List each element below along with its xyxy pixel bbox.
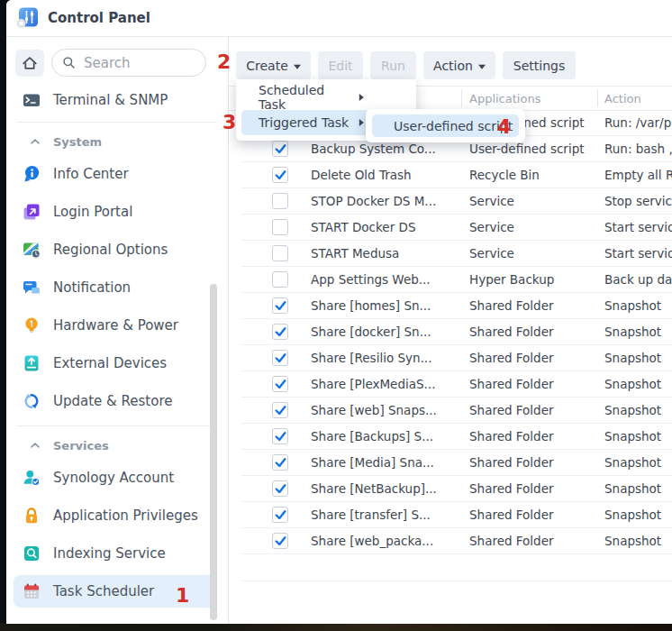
search-icon — [62, 56, 76, 69]
row-checkbox[interactable] — [272, 376, 288, 392]
action-cell: Run: bash , — [604, 136, 672, 162]
sidebar-item-terminal-snmp[interactable]: Terminal & SNMP — [6, 84, 228, 116]
sidebar-list: Terminal & SNMPSystemInfo CenterLogin Po… — [6, 84, 228, 608]
button-label: Run — [381, 59, 405, 73]
table-row[interactable]: Share [NetBackup]...Shared FolderSnapsho… — [229, 476, 672, 502]
menu-item-scheduled-task[interactable]: Scheduled Task — [241, 85, 411, 110]
row-checkbox[interactable] — [272, 193, 288, 209]
info-center-icon — [23, 165, 41, 183]
sidebar-item-indexing-service[interactable]: Indexing Service — [6, 535, 228, 572]
sidebar-item-regional-options[interactable]: Regional Options — [6, 231, 228, 269]
table-row[interactable]: START MedusaServiceStart servic — [229, 241, 672, 267]
action-cell: Snapshot — [604, 450, 672, 476]
action-cell: Stop servic — [604, 188, 672, 215]
create-button[interactable]: Create — [236, 51, 311, 79]
row-checkbox[interactable] — [272, 245, 288, 261]
row-checkbox[interactable] — [272, 507, 288, 523]
table-row[interactable]: Share [PlexMediaS...Shared FolderSnapsho… — [229, 371, 672, 398]
column-header-applications[interactable]: Applications — [469, 87, 540, 110]
sidebar-item-hardware-power[interactable]: Hardware & Power — [6, 306, 228, 344]
table-row[interactable]: Share [web] Snaps...Shared FolderSnapsho… — [229, 398, 672, 424]
sidebar-item-external-devices[interactable]: External Devices — [6, 344, 228, 382]
applications-cell: Shared Folder — [469, 424, 596, 450]
table-row[interactable]: Share [homes] Sn...Shared FolderSnapshot — [229, 293, 672, 319]
table-row[interactable]: App Settings Web...Hyper BackupBack up d… — [229, 267, 672, 293]
sidebar-item-label: Indexing Service — [53, 545, 166, 562]
sidebar-item-login-portal[interactable]: Login Portal — [6, 193, 228, 231]
row-checkbox[interactable] — [272, 480, 288, 497]
sidebar-item-label: Application Privileges — [53, 508, 198, 524]
window-title: Control Panel — [48, 10, 150, 26]
table-row[interactable]: Share [web_packa...Shared FolderSnapshot — [229, 528, 672, 554]
table-row[interactable]: Share [Resilio Syn...Shared FolderSnapsh… — [229, 345, 672, 371]
row-checkbox[interactable] — [272, 402, 288, 418]
sidebar-item-label: Notification — [53, 279, 131, 296]
sidebar-item-info-center[interactable]: Info Center — [6, 155, 228, 193]
sidebar-scrollbar[interactable] — [210, 284, 217, 620]
sidebar-item-label: Regional Options — [53, 242, 168, 258]
titlebar: Control Panel — [6, 0, 672, 37]
table-row[interactable]: Share [Media] Sna...Shared FolderSnapsho… — [229, 450, 672, 476]
desktop-wallpaper — [0, 623, 672, 631]
sidebar-item-label: Task Scheduler — [53, 583, 154, 599]
action-cell: Snapshot — [604, 345, 672, 371]
action-cell: Snapshot — [604, 528, 672, 554]
row-checkbox[interactable] — [272, 219, 288, 235]
chevron-up-icon — [29, 439, 41, 452]
row-checkbox[interactable] — [272, 428, 288, 444]
table-row[interactable]: Share [transfer] S...Shared FolderSnapsh… — [229, 502, 672, 528]
check-icon — [275, 144, 286, 154]
row-checkbox[interactable] — [272, 167, 288, 183]
column-separator — [461, 89, 462, 107]
applications-cell: Service — [469, 188, 596, 215]
submenu-arrow-icon — [359, 94, 364, 101]
section-header-services[interactable]: Services — [6, 434, 228, 457]
row-checkbox[interactable] — [272, 297, 288, 314]
column-separator — [597, 89, 598, 107]
caret-down-icon — [478, 64, 486, 69]
action-button[interactable]: Action — [423, 51, 495, 79]
row-checkbox[interactable] — [272, 454, 288, 471]
sidebar-item-update-restore[interactable]: Update & Restore — [6, 382, 228, 420]
row-checkbox[interactable] — [272, 350, 288, 366]
action-cell: Snapshot — [604, 476, 672, 502]
search-box[interactable] — [51, 49, 206, 77]
sidebar-item-synology-account[interactable]: Synology Account — [6, 459, 228, 497]
table-row[interactable]: START Docker DSServiceStart servic — [229, 215, 672, 241]
sidebar-item-notification[interactable]: Notification — [6, 269, 228, 306]
task-name-cell: App Settings Web... — [311, 267, 460, 293]
annotation-4: 4 — [497, 117, 511, 137]
table-row[interactable]: Share [Backups] S...Shared FolderSnapsho… — [229, 424, 672, 450]
task-name-cell: Share [transfer] S... — [311, 502, 460, 528]
sidebar-item-label: External Devices — [53, 355, 167, 371]
row-checkbox[interactable] — [272, 533, 288, 549]
row-checkbox[interactable] — [272, 324, 288, 340]
button-label: Settings — [513, 59, 565, 73]
table-row[interactable]: STOP Docker DS M...ServiceStop servic — [229, 188, 672, 215]
row-checkbox[interactable] — [272, 141, 288, 157]
settings-button[interactable]: Settings — [503, 51, 576, 79]
task-name-cell: Share [docker] Sn... — [311, 319, 460, 345]
action-cell: Snapshot — [604, 319, 672, 345]
applications-cell: Shared Folder — [469, 319, 596, 345]
row-checkbox[interactable] — [272, 271, 288, 288]
applications-cell: Shared Folder — [469, 450, 596, 476]
task-name-cell: START Medusa — [311, 241, 460, 267]
table-row[interactable]: Delete Old TrashRecycle BinEmpty all R — [229, 162, 672, 188]
search-input[interactable] — [82, 54, 192, 72]
submenu-item-label: User-defined script — [394, 119, 513, 133]
indexing-service-icon — [23, 544, 41, 562]
check-icon — [275, 380, 286, 389]
action-cell: Snapshot — [604, 398, 672, 424]
section-header-system[interactable]: System — [6, 130, 228, 153]
task-scheduler-icon — [23, 582, 41, 600]
task-name-cell: Share [PlexMediaS... — [311, 371, 460, 398]
home-button[interactable] — [15, 50, 44, 77]
divider — [17, 425, 217, 426]
task-name-cell: Share [Resilio Syn... — [311, 345, 460, 371]
sidebar-item-application-privileges[interactable]: Application Privileges — [6, 497, 228, 535]
run-button: Run — [370, 51, 416, 79]
table-row[interactable]: Share [docker] Sn...Shared FolderSnapsho… — [229, 319, 672, 345]
column-header-action[interactable]: Action — [604, 87, 641, 110]
login-portal-icon — [23, 203, 41, 221]
